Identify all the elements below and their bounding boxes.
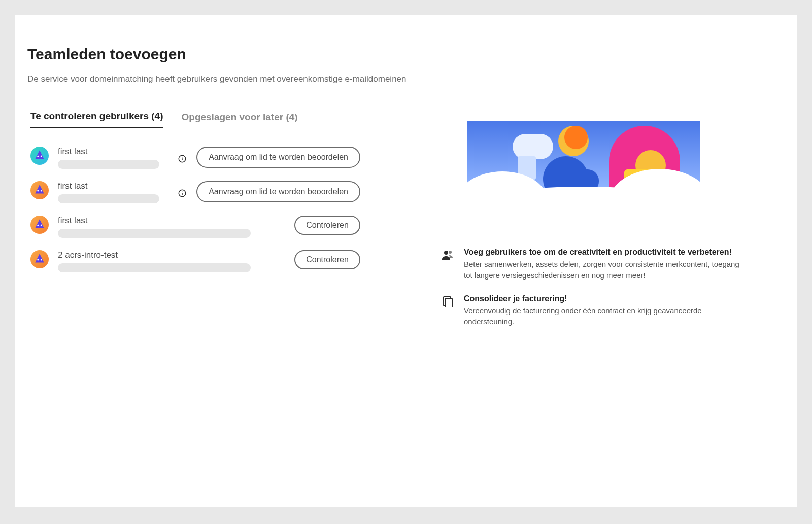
- svg-point-2: [41, 156, 42, 157]
- billing-icon: [442, 295, 455, 328]
- page-title: Teamleden toevoegen: [27, 46, 787, 63]
- svg-point-14: [41, 225, 42, 226]
- svg-marker-12: [35, 219, 44, 228]
- svg-point-8: [41, 190, 42, 192]
- svg-point-16: [37, 259, 39, 261]
- promo-body: Beter samenwerken, assets delen, zorgen …: [464, 259, 746, 281]
- redacted-email: [58, 194, 159, 203]
- user-name: 2 acrs-intro-test: [58, 250, 285, 260]
- user-action: Aanvraag om lid te worden beoordelen: [196, 147, 360, 168]
- tabs: Te controleren gebruikers (4) Opgeslagen…: [25, 111, 360, 128]
- hero-illustration: [467, 121, 700, 217]
- svg-marker-15: [35, 254, 44, 262]
- user-info: first last: [58, 181, 168, 203]
- svg-point-1: [37, 156, 39, 157]
- promo-item: Voeg gebruikers toe om de creativiteit e…: [391, 248, 776, 281]
- right-column: Voeg gebruikers toe om de creativiteit e…: [381, 111, 787, 340]
- svg-point-7: [37, 190, 39, 192]
- promo-text: Consolideer je facturering! Vereenvoudig…: [464, 294, 746, 328]
- svg-point-5: [182, 157, 183, 157]
- promo-title: Voeg gebruikers toe om de creativiteit e…: [464, 248, 746, 257]
- avatar: [30, 181, 49, 199]
- user-list: first last Aanvraag om lid te worden beo…: [25, 147, 360, 272]
- svg-point-19: [449, 251, 452, 254]
- svg-rect-21: [445, 298, 452, 307]
- promo-title: Consolideer je facturering!: [464, 294, 746, 303]
- user-name: first last: [58, 181, 168, 191]
- svg-marker-6: [35, 185, 44, 193]
- user-row: first last Aanvraag om lid te worden beo…: [30, 181, 360, 203]
- avatar: [30, 250, 49, 268]
- info-icon[interactable]: [177, 188, 187, 198]
- review-request-button[interactable]: Aanvraag om lid te worden beoordelen: [196, 147, 360, 168]
- svg-point-11: [182, 191, 183, 192]
- promo-body: Vereenvoudig de facturering onder één co…: [464, 305, 746, 328]
- user-info: first last: [58, 147, 168, 169]
- user-action: Controleren: [294, 216, 360, 235]
- main-panel: Teamleden toevoegen De service voor dome…: [15, 15, 797, 507]
- avatar: [30, 147, 49, 165]
- info-icon[interactable]: [177, 154, 187, 164]
- user-row: first last Controleren: [30, 216, 360, 238]
- avatar: [30, 216, 49, 234]
- user-info: 2 acrs-intro-test: [58, 250, 285, 272]
- svg-marker-0: [35, 150, 44, 159]
- user-action: Aanvraag om lid te worden beoordelen: [196, 181, 360, 202]
- redacted-email: [58, 160, 159, 169]
- promo-item: Consolideer je facturering! Vereenvoudig…: [391, 294, 776, 328]
- user-row: first last Aanvraag om lid te worden beo…: [30, 147, 360, 169]
- user-info: first last: [58, 216, 285, 238]
- redacted-email: [58, 229, 251, 238]
- body-columns: Te controleren gebruikers (4) Opgeslagen…: [25, 111, 787, 340]
- user-name: first last: [58, 147, 168, 157]
- left-column: Te controleren gebruikers (4) Opgeslagen…: [25, 111, 360, 340]
- page-subtitle: De service voor domeinmatching heeft geb…: [27, 74, 787, 84]
- review-button[interactable]: Controleren: [294, 216, 360, 235]
- header: Teamleden toevoegen De service voor dome…: [25, 46, 787, 84]
- tab-review-users[interactable]: Te controleren gebruikers (4): [30, 111, 163, 128]
- people-icon: [442, 249, 455, 281]
- user-row: 2 acrs-intro-test Controleren: [30, 250, 360, 272]
- review-request-button[interactable]: Aanvraag om lid te worden beoordelen: [196, 181, 360, 202]
- review-button[interactable]: Controleren: [294, 250, 360, 269]
- svg-point-17: [41, 259, 42, 261]
- tab-saved-later[interactable]: Opgeslagen voor later (4): [182, 111, 298, 128]
- user-name: first last: [58, 216, 285, 226]
- redacted-email: [58, 263, 251, 272]
- svg-point-13: [37, 225, 39, 226]
- svg-point-18: [444, 251, 448, 255]
- illustration-wrap: [391, 121, 776, 217]
- promo-text: Voeg gebruikers toe om de creativiteit e…: [464, 248, 746, 281]
- user-action: Controleren: [294, 250, 360, 269]
